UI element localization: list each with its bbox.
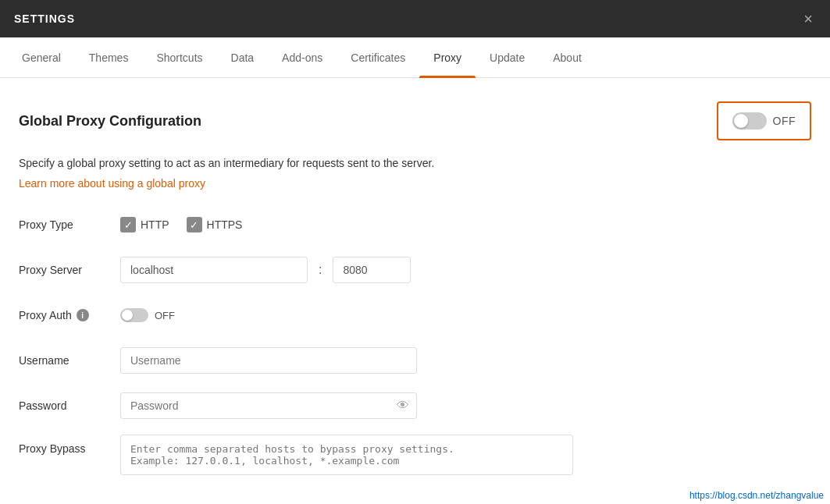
tab-about[interactable]: About [539,37,596,77]
tab-certificates[interactable]: Certificates [337,37,419,77]
show-password-icon[interactable]: 👁 [397,399,409,413]
https-checkbox-item[interactable]: ✓ HTTPS [187,217,243,232]
tab-themes[interactable]: Themes [75,37,143,77]
nav-tabs: General Themes Shortcuts Data Add-ons Ce… [0,37,830,78]
username-input[interactable] [120,347,417,374]
tab-data[interactable]: Data [217,37,269,77]
https-label: HTTPS [207,218,243,231]
password-controls: 👁 [120,392,417,419]
password-row: Password 👁 [19,389,811,422]
http-label: HTTP [141,218,169,231]
toggle-track [732,112,767,130]
window-title: SETTINGS [14,12,75,25]
section-title: Global Proxy Configuration [19,113,201,130]
password-input[interactable] [120,392,417,419]
main-content: Global Proxy Configuration OFF Specify a… [0,78,830,504]
settings-window: SETTINGS × General Themes Shortcuts Data… [0,0,830,504]
tab-addons[interactable]: Add-ons [268,37,337,77]
proxy-server-input[interactable] [120,257,308,283]
proxy-type-row: Proxy Type ✓ HTTP ✓ HTTPS [19,208,811,241]
proxy-toggle-switch[interactable] [732,112,767,130]
auth-toggle-knob [122,310,133,321]
auth-toggle-label: OFF [155,310,175,321]
status-url: https://blog.csdn.net/zhangvalue [689,490,824,501]
http-checkbox-item[interactable]: ✓ HTTP [120,217,169,232]
proxy-server-label: Proxy Server [19,264,120,276]
global-proxy-toggle-area[interactable]: OFF [717,101,812,140]
password-input-wrapper: 👁 [120,392,417,419]
toggle-off-label: OFF [773,115,796,127]
proxy-auth-row: Proxy Auth i OFF [19,299,811,332]
proxy-type-controls: ✓ HTTP ✓ HTTPS [120,217,242,232]
proxy-auth-label: Proxy Auth i [19,309,120,321]
proxy-bypass-textarea[interactable] [120,435,573,475]
username-label: Username [19,354,120,367]
learn-more-link[interactable]: Learn more about using a global proxy [19,177,205,190]
https-checkbox[interactable]: ✓ [187,217,202,232]
proxy-server-controls: : [120,257,411,283]
port-separator: : [319,263,322,277]
titlebar: SETTINGS × [0,0,830,37]
auth-toggle-track [120,308,148,322]
close-button[interactable]: × [800,8,816,30]
tab-proxy[interactable]: Proxy [419,37,476,77]
username-row: Username [19,344,811,377]
proxy-server-row: Proxy Server : [19,254,811,286]
proxy-auth-controls: OFF [120,308,175,322]
proxy-auth-toggle[interactable]: OFF [120,308,175,322]
toggle-knob [734,114,748,128]
proxy-auth-label-container: Proxy Auth i [19,309,120,321]
section-description: Specify a global proxy setting to act as… [19,154,811,172]
http-checkbox[interactable]: ✓ [120,217,136,232]
tab-update[interactable]: Update [476,37,539,77]
status-bar: https://blog.csdn.net/zhangvalue [683,487,830,504]
proxy-auth-text: Proxy Auth [19,309,72,321]
proxy-bypass-label: Proxy Bypass [19,442,120,455]
info-icon[interactable]: i [77,309,89,321]
proxy-type-label: Proxy Type [19,218,120,231]
username-controls [120,347,417,374]
proxy-port-input[interactable] [333,257,411,283]
proxy-bypass-row: Proxy Bypass [19,435,811,475]
tab-general[interactable]: General [8,37,75,77]
password-label: Password [19,399,120,412]
tab-shortcuts[interactable]: Shortcuts [142,37,216,77]
section-header-row: Global Proxy Configuration OFF [19,101,811,140]
